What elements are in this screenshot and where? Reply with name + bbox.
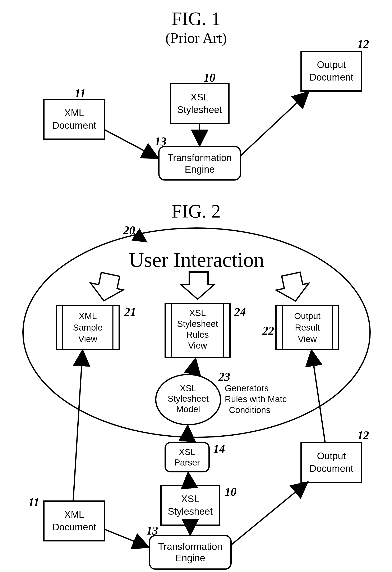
fig1-output-l1: Output (317, 59, 346, 70)
figure-svg: FIG. 1 (Prior Art) Output Document 12 XS… (0, 0, 392, 572)
fig2-annot-l3: Conditions (229, 405, 270, 415)
fig2-arrow-xml-trans (105, 529, 149, 547)
fig2-ref14: 14 (213, 443, 225, 456)
fig2-bigtitle: User Interaction (129, 248, 264, 271)
fig2-block-arrow-mid (181, 272, 214, 299)
fig1-arrow-xml-trans (105, 130, 158, 158)
svg-text:Document: Document (52, 522, 96, 532)
svg-text:XSL: XSL (181, 493, 199, 504)
fig2-xml-box (44, 501, 105, 541)
fig2-ref21: 21 (124, 305, 136, 318)
fig2-annot-l2: Rules with Matc (225, 394, 287, 404)
svg-text:Sample: Sample (73, 323, 103, 333)
fig2-ref24: 24 (234, 305, 246, 318)
fig2-arrow-out-result (312, 350, 325, 443)
fig1-arrow-trans-out (241, 92, 308, 156)
svg-text:View: View (78, 334, 97, 344)
fig2-ref13: 13 (146, 524, 158, 537)
fig1-trans-l1: Transformation (167, 152, 232, 163)
fig1-trans-box (159, 146, 241, 180)
fig2-arrow-trans-out (231, 482, 307, 545)
fig2-xsl-rules-view: XSL Stylesheet Rules View (165, 303, 230, 358)
fig1-title: FIG. 1 (171, 8, 221, 29)
fig2-arrow-model-rules (192, 359, 196, 375)
svg-text:View: View (188, 341, 207, 350)
svg-text:Transformation: Transformation (158, 541, 223, 552)
fig1-xsl-l2: Stylesheet (177, 104, 222, 115)
svg-text:XML: XML (79, 311, 97, 321)
fig1-xsl-l1: XSL (191, 92, 209, 103)
fig2-block-arrow-right (273, 271, 312, 304)
svg-text:Model: Model (176, 404, 200, 414)
fig1-ref10: 10 (204, 71, 215, 84)
fig1-xml-l2: Document (52, 120, 96, 131)
fig1-ref13: 13 (155, 135, 166, 148)
fig2-output-result-view: Output Result View (276, 305, 339, 350)
fig2-annot-l1: Generators (225, 383, 269, 393)
svg-text:Output: Output (317, 450, 346, 461)
fig2-xml-sample-view: XML Sample View (57, 305, 119, 350)
fig1-ref12: 12 (357, 38, 369, 51)
fig1-ref11: 11 (75, 87, 86, 100)
fig1-xsl-box (170, 84, 229, 124)
fig1-trans-l2: Engine (185, 164, 214, 175)
svg-text:Parser: Parser (174, 458, 200, 467)
fig2-ref23: 23 (218, 370, 230, 383)
fig1-output-box (301, 51, 362, 91)
fig2-title: FIG. 2 (171, 201, 221, 222)
svg-text:Result: Result (295, 323, 320, 333)
svg-text:Document: Document (309, 463, 353, 474)
svg-text:Engine: Engine (175, 553, 205, 563)
fig1-subtitle: (Prior Art) (165, 30, 227, 46)
fig2-arrow-parser-model (187, 426, 188, 443)
fig2-arrow-xsl-parser (188, 473, 189, 485)
fig2-xsl-box (161, 485, 220, 525)
svg-text:Stylesheet: Stylesheet (177, 319, 218, 329)
svg-text:Output: Output (294, 311, 320, 321)
fig2-ref20: 20 (123, 224, 135, 237)
fig2-ref10: 10 (225, 485, 237, 498)
fig2-ref22: 22 (262, 324, 274, 337)
fig2-ref12: 12 (357, 429, 369, 442)
fig2-trans-box (150, 536, 231, 569)
fig1-output-l2: Document (309, 72, 353, 83)
fig1-xml-l1: XML (64, 107, 84, 118)
svg-text:XSL: XSL (180, 383, 196, 393)
patent-figure-page: FIG. 1 (Prior Art) Output Document 12 XS… (0, 0, 392, 572)
svg-text:Rules: Rules (186, 330, 209, 340)
fig2-xsl-parser (165, 443, 209, 472)
fig2-arrow-xml-sample (73, 350, 83, 501)
svg-text:XSL: XSL (189, 308, 206, 318)
svg-text:View: View (298, 334, 317, 344)
fig2-ref20-leader (134, 233, 146, 242)
fig2-ref11: 11 (28, 496, 39, 509)
fig2-block-arrow-left (87, 271, 126, 304)
svg-text:Stylesheet: Stylesheet (168, 506, 213, 517)
fig1-xml-box (44, 99, 105, 139)
svg-text:XSL: XSL (179, 447, 195, 457)
fig2-output-box (301, 443, 362, 482)
svg-text:XML: XML (64, 509, 84, 520)
svg-text:Stylesheet: Stylesheet (168, 394, 209, 404)
